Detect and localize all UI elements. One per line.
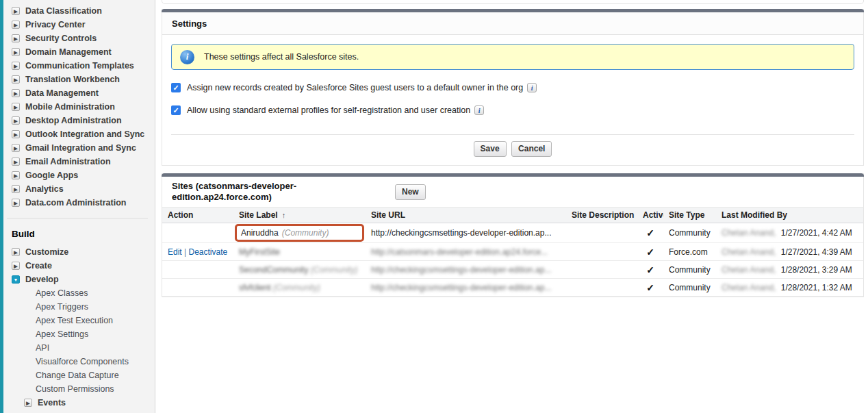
settings-panel: Settings i These settings affect all Sal… — [162, 9, 864, 166]
sites-panel: Sites (catsonmars-developer-edition.ap24… — [162, 173, 864, 297]
sidebar-subitem-api[interactable]: API — [0, 341, 155, 355]
column-header-site-label[interactable]: Site Label↑ — [233, 208, 366, 223]
expand-arrow-icon[interactable]: ▶ — [12, 158, 20, 166]
sidebar-build-nav: ▶Customize▶Create▼DevelopApex ClassesApe… — [0, 245, 155, 410]
column-header-action[interactable]: Action — [162, 208, 233, 223]
sidebar-item-mobile-administration[interactable]: ▶Mobile Administration — [0, 100, 155, 114]
last-modified-cell: Chetan Anand, 1/28/2021, 3:29 AM — [716, 261, 863, 279]
sidebar-item-create[interactable]: ▶Create — [0, 259, 155, 273]
column-header-last-modified-by[interactable]: Last Modified By — [716, 208, 863, 223]
info-tooltip-icon[interactable]: i — [527, 83, 537, 92]
column-header-site-url[interactable]: Site URL — [366, 208, 566, 223]
sidebar-item-gmail-integration-and-sync[interactable]: ▶Gmail Integration and Sync — [0, 141, 155, 155]
new-site-button[interactable]: New — [395, 184, 426, 200]
sidebar-item-data-management[interactable]: ▶Data Management — [0, 86, 155, 100]
site-label-suffix: (Community) — [308, 265, 357, 275]
active-cell: ✓ — [637, 261, 663, 279]
edit-link[interactable]: Edit — [168, 247, 182, 257]
site-label-cell: SecondCommunity (Community) — [233, 261, 366, 279]
sites-panel-header: Sites (catsonmars-developer-edition.ap24… — [162, 177, 863, 207]
sidebar-item-communication-templates[interactable]: ▶Communication Templates — [0, 59, 155, 73]
expand-arrow-icon[interactable]: ▶ — [12, 62, 20, 70]
expand-arrow-icon[interactable]: ▶ — [12, 7, 20, 15]
expand-arrow-icon[interactable]: ▶ — [12, 75, 20, 84]
sidebar-item-develop[interactable]: ▼Develop — [0, 273, 155, 286]
checkbox-checked[interactable]: ✓ — [171, 105, 181, 115]
site-type-cell: Community — [663, 261, 716, 279]
expand-arrow-icon[interactable]: ▶ — [12, 130, 20, 138]
highlight-box: Aniruddha (Community) — [235, 224, 364, 242]
checkbox-checked[interactable]: ✓ — [171, 83, 181, 92]
modified-date: 1/27/2021, 4:42 AM — [778, 228, 852, 238]
expand-arrow-icon[interactable]: ▶ — [12, 144, 20, 152]
expand-arrow-icon[interactable]: ▶ — [12, 48, 20, 56]
cancel-button[interactable]: Cancel — [511, 141, 552, 157]
sidebar-item-domain-management[interactable]: ▶Domain Management — [0, 45, 155, 59]
sidebar-item-security-controls[interactable]: ▶Security Controls — [0, 32, 155, 45]
expand-arrow-icon[interactable]: ▶ — [12, 262, 20, 270]
modified-by-name: Chetan Anand, — [722, 283, 776, 292]
sidebar-subitem-apex-settings[interactable]: Apex Settings — [0, 327, 155, 341]
settings-checkboxes: ✓Assign new records created by Salesforc… — [171, 83, 854, 115]
sidebar-subitem-custom-permissions[interactable]: Custom Permissions — [0, 382, 155, 396]
sites-table: ActionSite Label↑Site URLSite Descriptio… — [162, 207, 863, 297]
site-description-cell — [566, 279, 637, 297]
sidebar-item-label: Develop — [25, 275, 59, 284]
sidebar-item-outlook-integration-and-sync[interactable]: ▶Outlook Integration and Sync — [0, 127, 155, 141]
sidebar-subitem-visualforce-components[interactable]: Visualforce Components — [0, 355, 155, 368]
sidebar-item-desktop-administration[interactable]: ▶Desktop Administration — [0, 114, 155, 127]
sidebar-item-label: Data.com Administration — [25, 198, 126, 208]
sidebar-subitem-change-data-capture[interactable]: Change Data Capture — [0, 368, 155, 382]
sidebar-subitem-apex-test-execution[interactable]: Apex Test Execution — [0, 314, 155, 327]
column-header-site-type[interactable]: Site Type — [663, 208, 716, 223]
expand-arrow-icon[interactable]: ▶ — [12, 103, 20, 111]
expand-arrow-icon[interactable]: ▶ — [12, 116, 20, 125]
expand-arrow-icon[interactable]: ▶ — [12, 185, 20, 193]
sidebar-item-data-classification[interactable]: ▶Data Classification — [0, 4, 155, 18]
sidebar-item-events[interactable]: ▶Events — [0, 396, 155, 410]
action-separator: | — [182, 247, 189, 257]
setup-sidebar: ▶Data Classification▶Privacy Center▶Secu… — [0, 0, 155, 413]
deactivate-link[interactable]: Deactivate — [188, 247, 227, 257]
column-header-site-description[interactable]: Site Description — [566, 208, 637, 223]
action-cell — [162, 223, 233, 243]
sidebar-item-email-administration[interactable]: ▶Email Administration — [0, 155, 155, 168]
save-button[interactable]: Save — [474, 141, 507, 157]
sidebar-item-privacy-center[interactable]: ▶Privacy Center — [0, 18, 155, 32]
expand-arrow-icon[interactable]: ▶ — [12, 21, 20, 29]
settings-button-row: Save Cancel — [171, 134, 854, 165]
sidebar-item-label: Translation Workbench — [25, 75, 120, 84]
expand-arrow-icon[interactable]: ▶ — [12, 199, 20, 207]
column-header-active[interactable]: Active — [637, 208, 663, 223]
sidebar-subitem-apex-classes[interactable]: Apex Classes — [0, 286, 155, 300]
expand-arrow-icon[interactable]: ▶ — [12, 171, 20, 179]
collapse-arrow-icon[interactable]: ▼ — [12, 275, 20, 284]
sidebar-item-label: Security Controls — [25, 34, 97, 43]
expand-arrow-icon[interactable]: ▶ — [12, 248, 20, 256]
sidebar-item-translation-workbench[interactable]: ▶Translation Workbench — [0, 73, 155, 86]
expand-arrow-icon[interactable]: ▶ — [12, 89, 20, 97]
sidebar-item-google-apps[interactable]: ▶Google Apps — [0, 168, 155, 182]
modified-by-name: Chetan Anand, — [722, 265, 776, 275]
site-label-cell: sfvfclient (Community) — [233, 279, 366, 297]
expand-arrow-icon[interactable]: ▶ — [12, 34, 20, 42]
sidebar-subitem-apex-triggers[interactable]: Apex Triggers — [0, 300, 155, 314]
sidebar-item-label: Data Management — [25, 88, 99, 98]
active-cell: ✓ — [637, 279, 663, 297]
site-description-cell — [566, 243, 637, 261]
active-checkmark-icon: ✓ — [646, 264, 654, 275]
sidebar-item-data-com-administration[interactable]: ▶Data.com Administration — [0, 196, 155, 210]
site-label-suffix: (Community) — [271, 283, 320, 292]
setup-page: ▶Data Classification▶Privacy Center▶Secu… — [0, 0, 868, 413]
table-row: sfvfclient (Community)http://checkingcsm… — [162, 279, 863, 297]
last-modified-cell: Chetan Anand, 1/27/2021, 4:39 AM — [716, 243, 863, 261]
sidebar-item-analytics[interactable]: ▶Analytics — [0, 182, 155, 196]
table-row: Edit | DeactivateMyFirstSitehttp://catso… — [162, 243, 863, 261]
info-tooltip-icon[interactable]: i — [474, 105, 484, 115]
last-modified-cell: Chetan Anand, 1/27/2021, 4:42 AM — [716, 223, 863, 243]
expand-arrow-icon[interactable]: ▶ — [24, 399, 32, 407]
sites-table-header-row: ActionSite Label↑Site URLSite Descriptio… — [162, 208, 863, 223]
sidebar-item-customize[interactable]: ▶Customize — [0, 245, 155, 259]
site-url-cell: http://catsonmars-developer-edition.ap24… — [366, 243, 566, 261]
setting-row-1: ✓Allow using standard external profiles … — [171, 105, 854, 115]
